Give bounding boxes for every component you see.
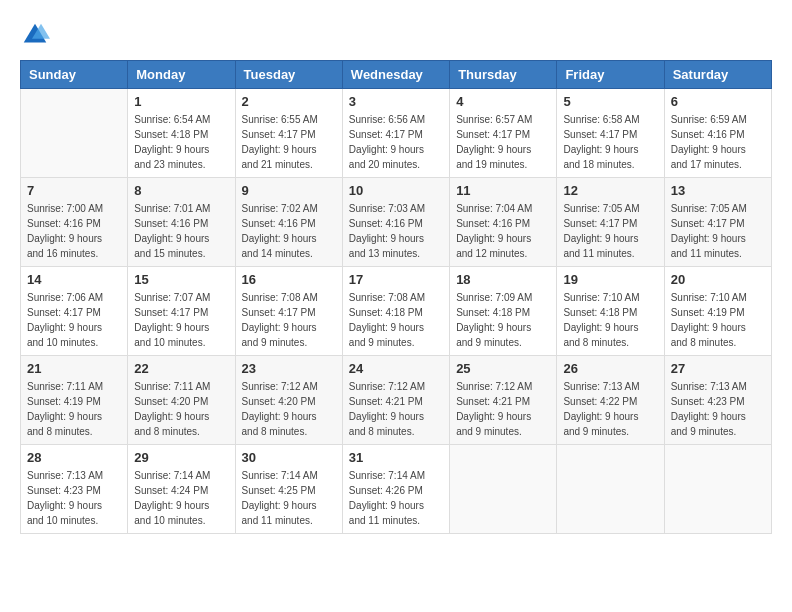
day-info: Sunrise: 7:04 AM Sunset: 4:16 PM Dayligh… — [456, 201, 550, 261]
calendar-cell: 4Sunrise: 6:57 AM Sunset: 4:17 PM Daylig… — [450, 89, 557, 178]
day-of-week-header: Monday — [128, 61, 235, 89]
day-info: Sunrise: 7:12 AM Sunset: 4:21 PM Dayligh… — [349, 379, 443, 439]
calendar-cell — [21, 89, 128, 178]
day-number: 27 — [671, 361, 765, 376]
day-info: Sunrise: 7:05 AM Sunset: 4:17 PM Dayligh… — [563, 201, 657, 261]
day-number: 5 — [563, 94, 657, 109]
day-of-week-header: Tuesday — [235, 61, 342, 89]
day-number: 30 — [242, 450, 336, 465]
calendar-header-row: SundayMondayTuesdayWednesdayThursdayFrid… — [21, 61, 772, 89]
day-info: Sunrise: 6:55 AM Sunset: 4:17 PM Dayligh… — [242, 112, 336, 172]
day-of-week-header: Sunday — [21, 61, 128, 89]
day-number: 4 — [456, 94, 550, 109]
day-number: 3 — [349, 94, 443, 109]
calendar-cell — [664, 445, 771, 534]
calendar-cell: 17Sunrise: 7:08 AM Sunset: 4:18 PM Dayli… — [342, 267, 449, 356]
day-number: 22 — [134, 361, 228, 376]
logo-icon — [20, 20, 50, 50]
calendar-cell: 26Sunrise: 7:13 AM Sunset: 4:22 PM Dayli… — [557, 356, 664, 445]
day-info: Sunrise: 7:06 AM Sunset: 4:17 PM Dayligh… — [27, 290, 121, 350]
day-number: 9 — [242, 183, 336, 198]
day-number: 26 — [563, 361, 657, 376]
day-info: Sunrise: 7:13 AM Sunset: 4:23 PM Dayligh… — [27, 468, 121, 528]
day-info: Sunrise: 7:14 AM Sunset: 4:24 PM Dayligh… — [134, 468, 228, 528]
calendar-cell: 10Sunrise: 7:03 AM Sunset: 4:16 PM Dayli… — [342, 178, 449, 267]
day-number: 12 — [563, 183, 657, 198]
calendar-cell: 24Sunrise: 7:12 AM Sunset: 4:21 PM Dayli… — [342, 356, 449, 445]
calendar-cell: 2Sunrise: 6:55 AM Sunset: 4:17 PM Daylig… — [235, 89, 342, 178]
page-header — [20, 20, 772, 50]
day-number: 13 — [671, 183, 765, 198]
day-of-week-header: Wednesday — [342, 61, 449, 89]
day-info: Sunrise: 7:03 AM Sunset: 4:16 PM Dayligh… — [349, 201, 443, 261]
calendar-cell: 1Sunrise: 6:54 AM Sunset: 4:18 PM Daylig… — [128, 89, 235, 178]
day-number: 14 — [27, 272, 121, 287]
day-info: Sunrise: 6:58 AM Sunset: 4:17 PM Dayligh… — [563, 112, 657, 172]
day-number: 29 — [134, 450, 228, 465]
calendar-week-row: 14Sunrise: 7:06 AM Sunset: 4:17 PM Dayli… — [21, 267, 772, 356]
day-number: 31 — [349, 450, 443, 465]
day-info: Sunrise: 6:56 AM Sunset: 4:17 PM Dayligh… — [349, 112, 443, 172]
calendar-cell: 11Sunrise: 7:04 AM Sunset: 4:16 PM Dayli… — [450, 178, 557, 267]
calendar-cell: 23Sunrise: 7:12 AM Sunset: 4:20 PM Dayli… — [235, 356, 342, 445]
calendar-week-row: 28Sunrise: 7:13 AM Sunset: 4:23 PM Dayli… — [21, 445, 772, 534]
day-info: Sunrise: 6:59 AM Sunset: 4:16 PM Dayligh… — [671, 112, 765, 172]
day-number: 19 — [563, 272, 657, 287]
day-number: 15 — [134, 272, 228, 287]
day-number: 8 — [134, 183, 228, 198]
day-info: Sunrise: 7:10 AM Sunset: 4:19 PM Dayligh… — [671, 290, 765, 350]
day-info: Sunrise: 7:14 AM Sunset: 4:25 PM Dayligh… — [242, 468, 336, 528]
day-number: 10 — [349, 183, 443, 198]
calendar-cell: 30Sunrise: 7:14 AM Sunset: 4:25 PM Dayli… — [235, 445, 342, 534]
day-number: 24 — [349, 361, 443, 376]
day-info: Sunrise: 7:01 AM Sunset: 4:16 PM Dayligh… — [134, 201, 228, 261]
day-info: Sunrise: 6:57 AM Sunset: 4:17 PM Dayligh… — [456, 112, 550, 172]
calendar-cell: 29Sunrise: 7:14 AM Sunset: 4:24 PM Dayli… — [128, 445, 235, 534]
day-number: 28 — [27, 450, 121, 465]
day-info: Sunrise: 7:08 AM Sunset: 4:18 PM Dayligh… — [349, 290, 443, 350]
day-info: Sunrise: 7:12 AM Sunset: 4:21 PM Dayligh… — [456, 379, 550, 439]
day-number: 18 — [456, 272, 550, 287]
calendar-cell: 22Sunrise: 7:11 AM Sunset: 4:20 PM Dayli… — [128, 356, 235, 445]
day-info: Sunrise: 7:11 AM Sunset: 4:20 PM Dayligh… — [134, 379, 228, 439]
day-info: Sunrise: 7:12 AM Sunset: 4:20 PM Dayligh… — [242, 379, 336, 439]
calendar-cell: 16Sunrise: 7:08 AM Sunset: 4:17 PM Dayli… — [235, 267, 342, 356]
calendar-cell: 13Sunrise: 7:05 AM Sunset: 4:17 PM Dayli… — [664, 178, 771, 267]
day-info: Sunrise: 7:08 AM Sunset: 4:17 PM Dayligh… — [242, 290, 336, 350]
calendar-cell: 18Sunrise: 7:09 AM Sunset: 4:18 PM Dayli… — [450, 267, 557, 356]
day-of-week-header: Saturday — [664, 61, 771, 89]
calendar-cell: 7Sunrise: 7:00 AM Sunset: 4:16 PM Daylig… — [21, 178, 128, 267]
calendar-cell: 14Sunrise: 7:06 AM Sunset: 4:17 PM Dayli… — [21, 267, 128, 356]
day-number: 2 — [242, 94, 336, 109]
calendar-cell — [450, 445, 557, 534]
day-number: 25 — [456, 361, 550, 376]
day-number: 21 — [27, 361, 121, 376]
calendar-cell: 21Sunrise: 7:11 AM Sunset: 4:19 PM Dayli… — [21, 356, 128, 445]
calendar-cell: 19Sunrise: 7:10 AM Sunset: 4:18 PM Dayli… — [557, 267, 664, 356]
day-number: 16 — [242, 272, 336, 287]
calendar-week-row: 21Sunrise: 7:11 AM Sunset: 4:19 PM Dayli… — [21, 356, 772, 445]
calendar-cell: 5Sunrise: 6:58 AM Sunset: 4:17 PM Daylig… — [557, 89, 664, 178]
day-number: 1 — [134, 94, 228, 109]
calendar-cell: 20Sunrise: 7:10 AM Sunset: 4:19 PM Dayli… — [664, 267, 771, 356]
calendar-cell: 28Sunrise: 7:13 AM Sunset: 4:23 PM Dayli… — [21, 445, 128, 534]
day-info: Sunrise: 7:10 AM Sunset: 4:18 PM Dayligh… — [563, 290, 657, 350]
day-number: 23 — [242, 361, 336, 376]
day-info: Sunrise: 7:07 AM Sunset: 4:17 PM Dayligh… — [134, 290, 228, 350]
day-info: Sunrise: 7:13 AM Sunset: 4:23 PM Dayligh… — [671, 379, 765, 439]
day-info: Sunrise: 6:54 AM Sunset: 4:18 PM Dayligh… — [134, 112, 228, 172]
day-info: Sunrise: 7:05 AM Sunset: 4:17 PM Dayligh… — [671, 201, 765, 261]
day-info: Sunrise: 7:00 AM Sunset: 4:16 PM Dayligh… — [27, 201, 121, 261]
day-of-week-header: Friday — [557, 61, 664, 89]
calendar-cell: 15Sunrise: 7:07 AM Sunset: 4:17 PM Dayli… — [128, 267, 235, 356]
day-info: Sunrise: 7:02 AM Sunset: 4:16 PM Dayligh… — [242, 201, 336, 261]
calendar-cell: 12Sunrise: 7:05 AM Sunset: 4:17 PM Dayli… — [557, 178, 664, 267]
day-number: 17 — [349, 272, 443, 287]
calendar-cell: 9Sunrise: 7:02 AM Sunset: 4:16 PM Daylig… — [235, 178, 342, 267]
day-number: 7 — [27, 183, 121, 198]
calendar-cell: 3Sunrise: 6:56 AM Sunset: 4:17 PM Daylig… — [342, 89, 449, 178]
calendar-cell: 8Sunrise: 7:01 AM Sunset: 4:16 PM Daylig… — [128, 178, 235, 267]
calendar-cell: 27Sunrise: 7:13 AM Sunset: 4:23 PM Dayli… — [664, 356, 771, 445]
calendar-week-row: 7Sunrise: 7:00 AM Sunset: 4:16 PM Daylig… — [21, 178, 772, 267]
calendar-cell: 6Sunrise: 6:59 AM Sunset: 4:16 PM Daylig… — [664, 89, 771, 178]
